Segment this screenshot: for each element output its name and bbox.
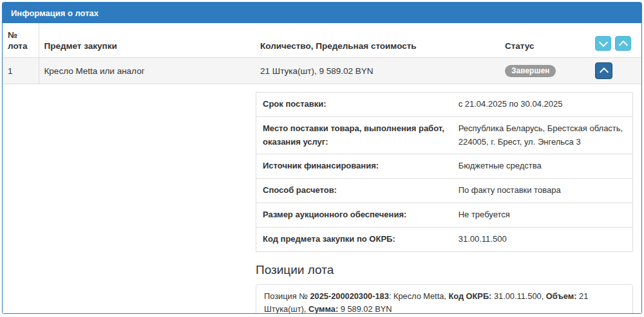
position-okrb-value: 31.00.11.500, xyxy=(491,291,545,301)
detail-value: с 21.04.2025 по 30.04.2025 xyxy=(452,93,633,117)
lot-1-details-panel: Срок поставки: с 21.04.2025 по 30.04.202… xyxy=(256,92,633,314)
detail-value: Республика Беларусь, Брестская область, … xyxy=(452,116,633,154)
detail-row-delivery-place: Место поставки товара, выполнения работ,… xyxy=(256,116,633,154)
detail-label: Код предмета закупки по ОКРБ: xyxy=(256,227,452,251)
detail-label: Срок поставки: xyxy=(256,93,452,117)
chevron-down-icon xyxy=(598,37,607,46)
position-okrb-label: Код ОКРБ: xyxy=(448,291,491,301)
detail-row-payment-method: Способ расчетов: По факту поставки товар… xyxy=(256,179,633,203)
panel-title: Информация о лотах xyxy=(3,3,641,23)
detail-row-auction-security: Размер аукционного обеспечения: Не требу… xyxy=(256,203,633,227)
column-header-lot-number-line1: № xyxy=(8,30,33,41)
detail-value: По факту поставки товара xyxy=(452,179,633,203)
column-header-lot-number: № лота xyxy=(3,23,39,58)
lot-row-1: 1 Кресло Metta или аналог 21 Штука(шт), … xyxy=(3,58,642,84)
lot-1-status-badge: Завершен xyxy=(505,65,556,77)
column-header-quantity: Количество, Предельная стоимость xyxy=(255,23,500,58)
detail-row-delivery-period: Срок поставки: с 21.04.2025 по 30.04.202… xyxy=(256,93,633,117)
detail-label: Способ расчетов: xyxy=(256,179,452,203)
detail-label: Размер аукционного обеспечения: xyxy=(256,203,452,227)
detail-row-okrb-code: Код предмета закупки по ОКРБ: 31.00.11.5… xyxy=(256,227,633,251)
expand-all-button[interactable] xyxy=(595,36,611,51)
detail-value: Бюджетные средства xyxy=(452,154,633,179)
lot-1-collapse-button[interactable] xyxy=(595,62,612,79)
lots-panel: Информация о лотах № лота Предмет закупк… xyxy=(2,2,642,314)
position-name: : Кресло Metta, xyxy=(389,291,449,301)
detail-value: Не требуется xyxy=(452,203,633,227)
lot-1-quantity: 21 Штука(шт), 9 589.02 BYN xyxy=(255,58,500,84)
chevron-up-icon xyxy=(618,40,627,49)
position-sum-label: Сумма: xyxy=(308,304,338,314)
column-header-lot-number-line2: лота xyxy=(8,41,33,51)
lot-position-item: Позиция № 2025-200020300-183: Кресло Met… xyxy=(256,284,633,314)
chevron-up-icon xyxy=(599,68,608,77)
lot-details-table: Срок поставки: с 21.04.2025 по 30.04.202… xyxy=(256,92,633,252)
detail-label: Место поставки товара, выполнения работ,… xyxy=(256,116,452,154)
lot-positions-title: Позиции лота xyxy=(256,263,633,277)
column-header-subject: Предмет закупки xyxy=(39,23,255,58)
lots-table: № лота Предмет закупки Количество, Преде… xyxy=(3,23,642,314)
lot-1-number: 1 xyxy=(3,58,39,84)
lots-table-header-row: № лота Предмет закупки Количество, Преде… xyxy=(3,23,642,58)
collapse-all-button[interactable] xyxy=(615,36,631,51)
detail-row-funding-source: Источник финансирования: Бюджетные средс… xyxy=(256,154,633,179)
position-volume-label: Объем: xyxy=(546,291,577,301)
detail-label: Источник финансирования: xyxy=(256,154,452,179)
lot-1-details-row: Срок поставки: с 21.04.2025 по 30.04.202… xyxy=(3,84,642,314)
column-header-status: Статус xyxy=(500,23,590,58)
detail-value: 31.00.11.500 xyxy=(452,227,633,251)
lot-1-subject: Кресло Metta или аналог xyxy=(39,58,255,84)
position-number: 2025-200020300-183 xyxy=(310,291,388,301)
position-prefix: Позиция № xyxy=(264,291,310,301)
position-sum-value: 9 589.02 BYN xyxy=(338,304,392,314)
column-header-actions xyxy=(590,23,642,58)
